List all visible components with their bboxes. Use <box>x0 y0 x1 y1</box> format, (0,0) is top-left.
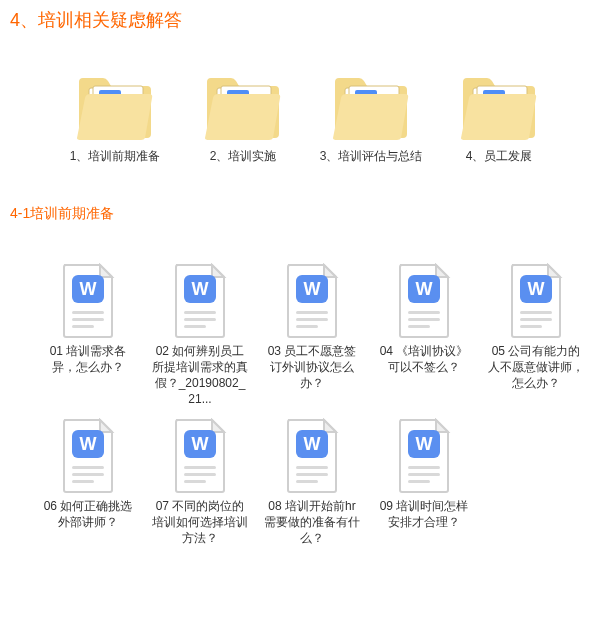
file-label: 04 《培训协议》可以不签么？ <box>376 343 472 375</box>
file-item[interactable]: 05 公司有能力的人不愿意做讲师，怎么办？ <box>488 263 584 408</box>
file-label: 09 培训时间怎样安排才合理？ <box>376 498 472 530</box>
folder-item[interactable]: 2、培训实施 <box>188 76 298 165</box>
folder-icon <box>331 76 411 142</box>
file-item[interactable]: 03 员工不愿意签订外训协议怎么办？ <box>264 263 360 408</box>
word-doc-icon <box>170 418 230 494</box>
folder-item[interactable]: 3、培训评估与总结 <box>316 76 426 165</box>
file-item[interactable]: 07 不同的岗位的培训如何选择培训方法？ <box>152 418 248 547</box>
file-item[interactable]: 06 如何正确挑选外部讲师？ <box>40 418 136 547</box>
word-doc-icon <box>282 263 342 339</box>
folder-item[interactable]: 1、培训前期准备 <box>60 76 170 165</box>
folder-item[interactable]: 4、员工发展 <box>444 76 554 165</box>
file-item[interactable]: 09 培训时间怎样安排才合理？ <box>376 418 472 547</box>
word-doc-icon <box>506 263 566 339</box>
file-label: 07 不同的岗位的培训如何选择培训方法？ <box>152 498 248 547</box>
file-label: 05 公司有能力的人不愿意做讲师，怎么办？ <box>488 343 584 392</box>
word-doc-icon <box>170 263 230 339</box>
sub-section-title: 4-1培训前期准备 <box>0 175 614 233</box>
file-item[interactable]: 01 培训需求各异，怎么办？ <box>40 263 136 408</box>
file-grid: 01 培训需求各异，怎么办？ 02 如何辨别员工所提培训需求的真假？_20190… <box>0 233 614 566</box>
word-doc-icon <box>282 418 342 494</box>
file-label: 02 如何辨别员工所提培训需求的真假？_20190802_21... <box>152 343 248 408</box>
file-item[interactable]: 02 如何辨别员工所提培训需求的真假？_20190802_21... <box>152 263 248 408</box>
word-doc-icon <box>58 418 118 494</box>
section-title: 4、培训相关疑虑解答 <box>0 0 614 36</box>
folder-label: 4、员工发展 <box>444 148 554 165</box>
file-item[interactable]: 04 《培训协议》可以不签么？ <box>376 263 472 408</box>
word-doc-icon <box>394 418 454 494</box>
folder-label: 1、培训前期准备 <box>60 148 170 165</box>
word-doc-icon <box>58 263 118 339</box>
folder-label: 2、培训实施 <box>188 148 298 165</box>
folder-label: 3、培训评估与总结 <box>316 148 426 165</box>
file-label: 06 如何正确挑选外部讲师？ <box>40 498 136 530</box>
folder-row: 1、培训前期准备 2、培训实施 3、培训评估与总结 4、员工发展 <box>0 36 614 175</box>
file-label: 08 培训开始前hr需要做的准备有什么？ <box>264 498 360 547</box>
file-label: 01 培训需求各异，怎么办？ <box>40 343 136 375</box>
file-item[interactable]: 08 培训开始前hr需要做的准备有什么？ <box>264 418 360 547</box>
word-doc-icon <box>394 263 454 339</box>
folder-icon <box>75 76 155 142</box>
file-label: 03 员工不愿意签订外训协议怎么办？ <box>264 343 360 392</box>
folder-icon <box>203 76 283 142</box>
folder-icon <box>459 76 539 142</box>
